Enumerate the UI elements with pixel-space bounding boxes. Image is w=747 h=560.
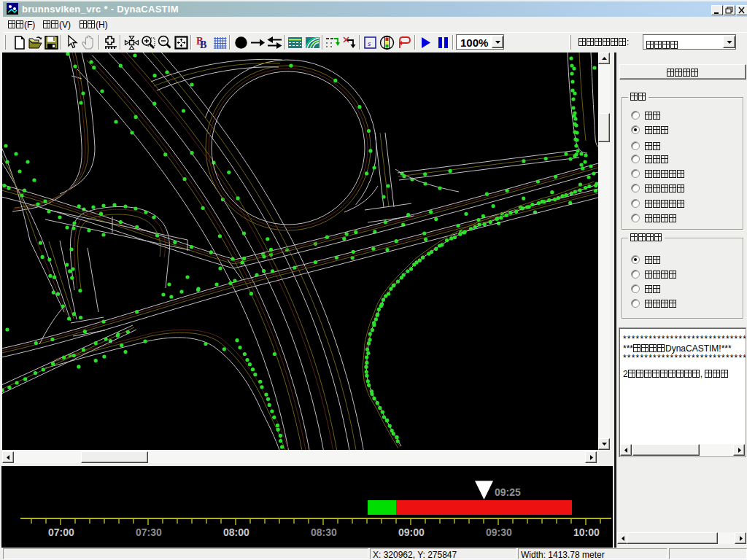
- svg-text:09:00: 09:00: [398, 526, 425, 538]
- svg-text:07:30: 07:30: [136, 526, 162, 538]
- svg-text:08:00: 08:00: [223, 526, 249, 538]
- svg-text:B: B: [200, 39, 206, 50]
- svg-text:10:00: 10:00: [573, 526, 600, 538]
- svg-text:09:30: 09:30: [486, 526, 512, 538]
- svg-text:09:25: 09:25: [495, 486, 521, 498]
- svg-text:08:30: 08:30: [311, 526, 337, 538]
- svg-text:s: s: [368, 39, 371, 47]
- svg-text:07:00: 07:00: [48, 526, 74, 538]
